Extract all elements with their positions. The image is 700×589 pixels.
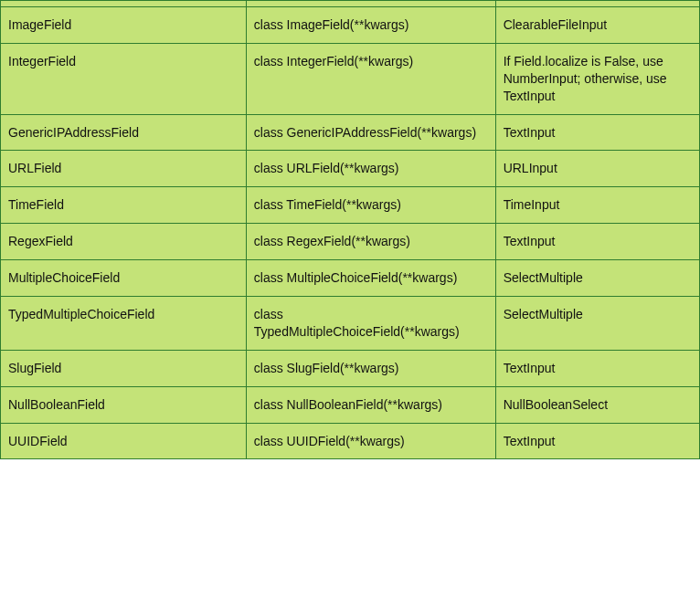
table-row: IntegerField class IntegerField(**kwargs… [1,43,700,114]
class-def-cell: class UUIDField(**kwargs) [246,423,495,459]
field-name-cell: TypedMultipleChoiceField [1,297,247,351]
class-def-cell: class TypedMultipleChoiceField(**kwargs) [246,297,495,351]
field-name-cell: ImageField [1,7,247,44]
bottom-padding [0,459,700,463]
field-name-cell: IntegerField [1,43,247,114]
field-reference-table: ImageField class ImageField(**kwargs) Cl… [0,0,700,459]
table-row: URLField class URLField(**kwargs) URLInp… [1,151,700,187]
class-def-cell: class TimeField(**kwargs) [246,187,495,224]
cell-empty [495,1,699,7]
field-name-cell: RegexField [1,224,247,260]
table-row: TypedMultipleChoiceField class TypedMult… [1,297,700,351]
table-row: SlugField class SlugField(**kwargs) Text… [1,350,700,386]
widget-cell: If Field.localize is False, use NumberIn… [495,43,699,114]
field-name-cell: TimeField [1,187,247,224]
widget-cell: TextInput [495,350,699,386]
class-def-cell: class IntegerField(**kwargs) [246,43,495,114]
class-def-cell: class NullBooleanField(**kwargs) [246,386,495,423]
class-def-cell: class SlugField(**kwargs) [246,350,495,386]
field-name-cell: NullBooleanField [1,386,247,423]
table-row: ImageField class ImageField(**kwargs) Cl… [1,7,700,44]
table-row: RegexField class RegexField(**kwargs) Te… [1,224,700,260]
cell-empty [1,1,247,7]
field-name-cell: GenericIPAddressField [1,114,247,151]
table-body: ImageField class ImageField(**kwargs) Cl… [1,1,700,459]
class-def-cell: class URLField(**kwargs) [246,151,495,187]
widget-cell: SelectMultiple [495,297,699,351]
field-name-cell: URLField [1,151,247,187]
table-row-partial [1,1,700,7]
class-def-cell: class GenericIPAddressField(**kwargs) [246,114,495,151]
table-row: TimeField class TimeField(**kwargs) Time… [1,187,700,224]
class-def-cell: class MultipleChoiceField(**kwargs) [246,260,495,297]
widget-cell: ClearableFileInput [495,7,699,44]
widget-cell: TextInput [495,114,699,151]
widget-cell: SelectMultiple [495,260,699,297]
field-name-cell: UUIDField [1,423,247,459]
field-name-cell: SlugField [1,350,247,386]
class-def-cell: class ImageField(**kwargs) [246,7,495,44]
table-row: UUIDField class UUIDField(**kwargs) Text… [1,423,700,459]
table-row: NullBooleanField class NullBooleanField(… [1,386,700,423]
widget-cell: TextInput [495,423,699,459]
widget-cell: TimeInput [495,187,699,224]
cell-empty [246,1,495,7]
table-row: GenericIPAddressField class GenericIPAdd… [1,114,700,151]
widget-cell: TextInput [495,224,699,260]
table-row: MultipleChoiceField class MultipleChoice… [1,260,700,297]
widget-cell: URLInput [495,151,699,187]
field-name-cell: MultipleChoiceField [1,260,247,297]
class-def-cell: class RegexField(**kwargs) [246,224,495,260]
widget-cell: NullBooleanSelect [495,386,699,423]
